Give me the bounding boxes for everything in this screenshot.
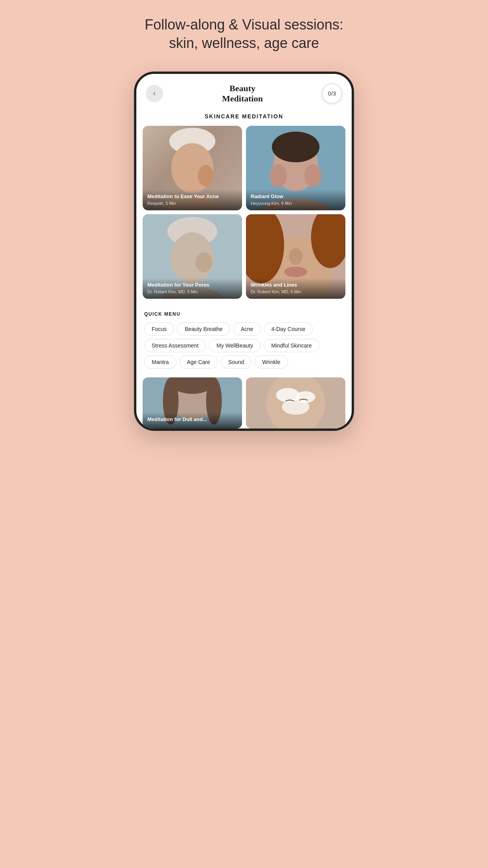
- card-1-subtitle: Respekt, 5 Min: [147, 201, 237, 206]
- bottom-card-dull[interactable]: Meditation for Dull and...: [143, 377, 242, 428]
- quick-menu-label: QUICK MENU: [144, 311, 344, 317]
- back-button[interactable]: ‹: [146, 85, 163, 102]
- app-header: ‹ Beauty Meditation 0/3: [136, 74, 352, 110]
- tag-age-care[interactable]: Age Care: [180, 355, 218, 369]
- tag-sound[interactable]: Sound: [221, 355, 251, 369]
- tag-beauty-breathe[interactable]: Beauty Breathe: [177, 322, 230, 336]
- cards-grid: Meditation to Ease Your Acne Respekt, 5 …: [136, 126, 352, 305]
- bottom-card-2[interactable]: [246, 377, 345, 428]
- card-1-overlay: Meditation to Ease Your Acne Respekt, 5 …: [143, 189, 242, 211]
- card-1-title: Meditation to Ease Your Acne: [147, 193, 237, 200]
- tag-acne[interactable]: Acne: [233, 322, 261, 336]
- bottom-card-bg-2: [246, 377, 345, 428]
- card-4-subtitle: Dr. Robert Kim, MD, 6 Min: [251, 289, 341, 294]
- phone-frame: ‹ Beauty Meditation 0/3 SKINCARE MEDITAT…: [134, 72, 354, 431]
- svg-point-6: [272, 132, 319, 162]
- tag-wrinkle[interactable]: Wrinkle: [255, 355, 288, 369]
- tag-mantra[interactable]: Mantra: [144, 355, 176, 369]
- card-2-title: Radiant Glow: [251, 193, 341, 200]
- app-logo: Beauty Meditation: [222, 83, 263, 104]
- progress-badge: 0/3: [322, 83, 342, 104]
- card-3-subtitle: Dr. Robert Kim, MD, 5 Min: [147, 289, 237, 294]
- card-3-overlay: Meditation for Your Pores Dr. Robert Kim…: [143, 278, 242, 299]
- bottom-card-1-title: Meditation for Dull and...: [147, 416, 237, 423]
- svg-point-7: [270, 164, 287, 188]
- bottom-card-1-overlay: Meditation for Dull and...: [143, 412, 242, 429]
- tag-mindful-skincare[interactable]: Mindful Skincare: [264, 339, 319, 352]
- card-wrinkles[interactable]: Wrinkles and Lines Dr. Robert Kim, MD, 6…: [246, 214, 345, 299]
- card-radiant-glow[interactable]: Radiant Glow Heyyoung Kim, 6 Min: [246, 126, 345, 210]
- bottom-cards-grid: Meditation for Dull and...: [136, 373, 352, 428]
- svg-point-18: [284, 267, 307, 277]
- tag-my-wellbeauty[interactable]: My WellBeauty: [209, 339, 261, 352]
- tag-focus[interactable]: Focus: [144, 322, 174, 336]
- page-wrapper: Follow-along & Visual sessions: skin, we…: [122, 16, 366, 431]
- page-heading: Follow-along & Visual sessions: skin, we…: [122, 16, 366, 53]
- card-pores[interactable]: Meditation for Your Pores Dr. Robert Kim…: [143, 214, 242, 299]
- tag-4day-course[interactable]: 4-Day Course: [264, 322, 313, 336]
- phone-inner: ‹ Beauty Meditation 0/3 SKINCARE MEDITAT…: [136, 74, 352, 429]
- svg-point-13: [195, 252, 212, 272]
- svg-point-8: [305, 164, 321, 188]
- card-4-overlay: Wrinkles and Lines Dr. Robert Kim, MD, 6…: [246, 278, 345, 299]
- svg-point-3: [198, 165, 213, 187]
- section-title: SKINCARE MEDITATION: [136, 110, 352, 126]
- tags-container: Focus Beauty Breathe Acne 4-Day Course S…: [144, 322, 344, 369]
- card-2-overlay: Radiant Glow Heyyoung Kim, 6 Min: [246, 189, 345, 211]
- tag-stress-assessment[interactable]: Stress Assessment: [144, 339, 206, 352]
- card-2-subtitle: Heyyoung Kim, 6 Min: [251, 201, 341, 206]
- quick-menu-section: QUICK MENU Focus Beauty Breathe Acne 4-D…: [136, 305, 352, 373]
- card-meditation-acne[interactable]: Meditation to Ease Your Acne Respekt, 5 …: [143, 126, 242, 210]
- card-3-title: Meditation for Your Pores: [147, 282, 237, 289]
- card-4-title: Wrinkles and Lines: [251, 282, 341, 289]
- svg-point-17: [289, 248, 303, 265]
